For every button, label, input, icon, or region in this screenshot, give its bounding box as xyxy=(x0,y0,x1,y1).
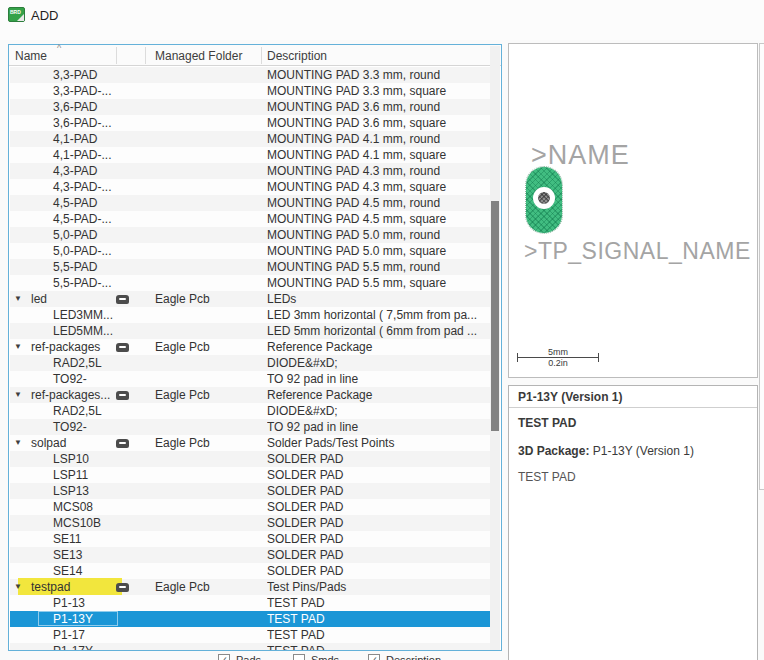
row-name: 3,3-PAD-... xyxy=(53,83,111,99)
row-description: SOLDER PAD xyxy=(267,483,489,499)
row-name: RAD2,5L xyxy=(53,355,102,371)
row-description: Reference Package xyxy=(267,339,489,355)
brd-icon-text: BRD xyxy=(10,9,21,15)
vertical-scrollbar[interactable] xyxy=(490,46,500,650)
table-row-P1-13Y[interactable]: P1-13YTEST PAD xyxy=(10,611,491,627)
column-divider[interactable] xyxy=(145,47,146,64)
expand-arrow-icon[interactable]: ▼ xyxy=(14,339,22,355)
table-row-led[interactable]: ▼ledEagle PcbLEDs xyxy=(10,291,491,307)
row-description: MOUNTING PAD 4.3 mm, round xyxy=(267,163,489,179)
divider xyxy=(509,407,757,408)
row-description: MOUNTING PAD 4.5 mm, square xyxy=(267,211,489,227)
row-description: SOLDER PAD xyxy=(267,515,489,531)
table-row-LED3MM...[interactable]: LED3MM...LED 3mm horizontal ( 7,5mm from… xyxy=(10,307,491,323)
table-row-4,3-PAD[interactable]: 4,3-PADMOUNTING PAD 4.3 mm, round xyxy=(10,163,491,179)
row-name: LED5MM... xyxy=(53,323,113,339)
row-managed-folder: Eagle Pcb xyxy=(155,339,210,355)
table-row-5,5-PAD[interactable]: 5,5-PADMOUNTING PAD 5.5 mm, round xyxy=(10,259,491,275)
titlebar: BRD ADD xyxy=(0,0,764,40)
column-header-description[interactable]: Description xyxy=(267,49,327,63)
table-row-RAD2,5L[interactable]: RAD2,5LDIODE&#xD; xyxy=(10,403,491,419)
table-row-P1-17[interactable]: P1-17TEST PAD xyxy=(10,627,491,643)
row-description: MOUNTING PAD 4.3 mm, square xyxy=(267,179,489,195)
package-title: P1-13Y (Version 1) xyxy=(518,390,623,404)
row-name: TO92- xyxy=(53,419,87,435)
table-row-RAD2,5L[interactable]: RAD2,5LDIODE&#xD; xyxy=(10,355,491,371)
checkbox-box[interactable] xyxy=(293,654,305,660)
row-description: TO 92 pad in line xyxy=(267,371,489,387)
managed-library-icon xyxy=(116,439,129,448)
table-row-4,5-PAD[interactable]: 4,5-PADMOUNTING PAD 4.5 mm, round xyxy=(10,195,491,211)
table-row-solpad[interactable]: ▼solpadEagle PcbSolder Pads/Test Points xyxy=(10,435,491,451)
row-name: 5,5-PAD-... xyxy=(53,275,111,291)
table-row-TO92-[interactable]: TO92-TO 92 pad in line xyxy=(10,371,491,387)
checkbox-box[interactable]: ✓ xyxy=(368,654,380,660)
row-description: LED 5mm horizontal ( 6mm from pad ... xyxy=(267,323,489,339)
table-row-TO92-[interactable]: TO92-TO 92 pad in line xyxy=(10,419,491,435)
checkbox-label: Description xyxy=(386,654,441,660)
table-row-5,0-PAD-...[interactable]: 5,0-PAD-...MOUNTING PAD 5.0 mm, square xyxy=(10,243,491,259)
column-header-managed-folder[interactable]: Managed Folder xyxy=(155,49,242,63)
table-row-4,1-PAD[interactable]: 4,1-PADMOUNTING PAD 4.1 mm, round xyxy=(10,131,491,147)
table-row-P1-17Y[interactable]: P1-17YTEST PAD xyxy=(10,643,491,650)
column-divider[interactable] xyxy=(116,47,117,64)
table-row-testpad[interactable]: ▼testpadEagle PcbTest Pins/Pads xyxy=(10,579,491,595)
row-description: Test Pins/Pads xyxy=(267,579,489,595)
row-name: MCS08 xyxy=(53,499,93,515)
row-description: MOUNTING PAD 5.5 mm, square xyxy=(267,275,489,291)
scrollbar-thumb[interactable] xyxy=(491,201,499,431)
table-row-4,5-PAD-...[interactable]: 4,5-PAD-...MOUNTING PAD 4.5 mm, square xyxy=(10,211,491,227)
pad-hole xyxy=(533,187,555,209)
managed-library-icon xyxy=(116,583,129,592)
expand-arrow-icon[interactable]: ▼ xyxy=(14,579,22,595)
table-row-4,1-PAD-...[interactable]: 4,1-PAD-...MOUNTING PAD 4.1 mm, square xyxy=(10,147,491,163)
row-description: TO 92 pad in line xyxy=(267,419,489,435)
table-row-LSP10[interactable]: LSP10SOLDER PAD xyxy=(10,451,491,467)
row-name: 4,1-PAD xyxy=(53,131,97,147)
table-row-LED5MM...[interactable]: LED5MM...LED 5mm horizontal ( 6mm from p… xyxy=(10,323,491,339)
row-name: 4,3-PAD xyxy=(53,163,97,179)
table-row-P1-13[interactable]: P1-13TEST PAD xyxy=(10,595,491,611)
column-divider[interactable] xyxy=(261,47,262,64)
expand-arrow-icon[interactable]: ▼ xyxy=(14,291,22,307)
row-description: SOLDER PAD xyxy=(267,563,489,579)
table-row-3,3-PAD-...[interactable]: 3,3-PAD-...MOUNTING PAD 3.3 mm, square xyxy=(10,83,491,99)
column-header-name[interactable]: Name xyxy=(15,49,47,63)
row-name: SE11 xyxy=(53,531,81,547)
current-cell-outline xyxy=(38,611,118,626)
row-name: TO92- xyxy=(53,371,87,387)
add-dialog-window: BRD ADD ^ NameManaged FolderDescription … xyxy=(0,0,764,660)
table-row-LSP11[interactable]: LSP11SOLDER PAD xyxy=(10,467,491,483)
table-row-MCS08[interactable]: MCS08SOLDER PAD xyxy=(10,499,491,515)
table-row-LSP13[interactable]: LSP13SOLDER PAD xyxy=(10,483,491,499)
preview-scrollbar-track[interactable] xyxy=(759,43,764,490)
table-row-SE11[interactable]: SE11SOLDER PAD xyxy=(10,531,491,547)
table-row-ref-packages...[interactable]: ▼ref-packages...Eagle PcbReference Packa… xyxy=(10,387,491,403)
expand-arrow-icon[interactable]: ▼ xyxy=(14,435,22,451)
checkbox-label: Pads xyxy=(236,654,261,660)
scale-inch-label: 0.2in xyxy=(517,358,599,369)
table-row-3,6-PAD[interactable]: 3,6-PADMOUNTING PAD 3.6 mm, round xyxy=(10,99,491,115)
table-row-5,0-PAD[interactable]: 5,0-PADMOUNTING PAD 5.0 mm, round xyxy=(10,227,491,243)
testpad-graphic xyxy=(526,167,562,233)
row-name: solpad xyxy=(31,435,66,451)
table-row-3,6-PAD-...[interactable]: 3,6-PAD-...MOUNTING PAD 3.6 mm, square xyxy=(10,115,491,131)
table-row-5,5-PAD-...[interactable]: 5,5-PAD-...MOUNTING PAD 5.5 mm, square xyxy=(10,275,491,291)
table-row-4,3-PAD-...[interactable]: 4,3-PAD-...MOUNTING PAD 4.3 mm, square xyxy=(10,179,491,195)
row-managed-folder: Eagle Pcb xyxy=(155,387,210,403)
row-name: SE14 xyxy=(53,563,82,579)
package-3d-value: P1-13Y (Version 1) xyxy=(593,444,694,458)
table-row-MCS10B[interactable]: MCS10BSOLDER PAD xyxy=(10,515,491,531)
expand-arrow-icon[interactable]: ▼ xyxy=(14,387,22,403)
table-row-SE13[interactable]: SE13SOLDER PAD xyxy=(10,547,491,563)
managed-library-icon xyxy=(116,295,129,304)
table-row-3,3-PAD[interactable]: 3,3-PADMOUNTING PAD 3.3 mm, round xyxy=(10,67,491,83)
checkbox-box[interactable]: ✓ xyxy=(218,654,230,660)
pad-drill xyxy=(538,192,550,204)
row-managed-folder: Eagle Pcb xyxy=(155,435,210,451)
table-row-ref-packages[interactable]: ▼ref-packagesEagle PcbReference Package xyxy=(10,339,491,355)
row-description: MOUNTING PAD 5.0 mm, round xyxy=(267,227,489,243)
table-row-SE14[interactable]: SE14SOLDER PAD xyxy=(10,563,491,579)
row-description: SOLDER PAD xyxy=(267,547,489,563)
row-name: LSP11 xyxy=(53,467,88,483)
